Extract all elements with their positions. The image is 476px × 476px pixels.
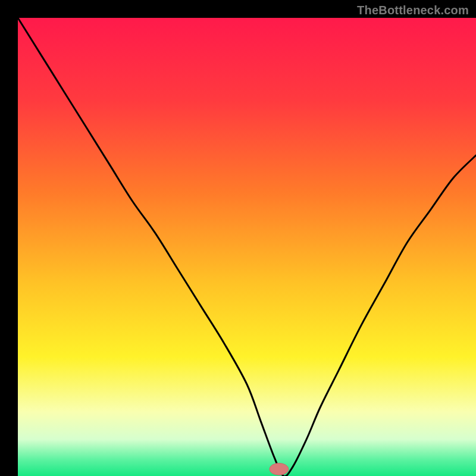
optimal-marker xyxy=(270,463,289,475)
chart-stage: { "watermark": "TheBottleneck.com", "col… xyxy=(0,0,476,476)
gradient-background xyxy=(18,18,476,476)
watermark-text: TheBottleneck.com xyxy=(357,4,469,17)
chart-canvas xyxy=(0,0,476,476)
plot-area xyxy=(18,18,476,476)
